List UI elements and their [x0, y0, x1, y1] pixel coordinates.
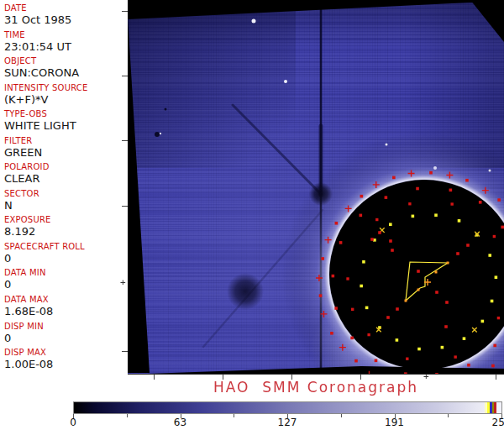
fiducial-dot — [385, 196, 388, 199]
meta-label: FILTER — [4, 136, 123, 146]
meta-label: POLAROID — [4, 162, 123, 172]
fiducial-dot — [330, 332, 333, 335]
meta-entry: DISP MIN0 — [4, 322, 123, 349]
fiducial-dot — [445, 301, 449, 304]
meta-entry: SECTORN — [4, 189, 123, 216]
feature-contour-polygon — [406, 262, 448, 301]
meta-entry: DATE31 Oct 1985 — [4, 3, 123, 30]
fiducial-dot — [350, 337, 354, 340]
fiducial-dot — [378, 231, 381, 234]
fiducial-dot — [429, 171, 433, 175]
fiducial-dot — [497, 198, 501, 202]
fiducial-dot — [360, 285, 363, 288]
contour-vertex-dot — [417, 289, 420, 291]
fiducial-dot — [386, 316, 390, 319]
meta-entry: TYPE-OBSWHITE LIGHT — [4, 109, 123, 136]
fiducial-dot — [501, 226, 504, 229]
fiducial-dot — [495, 275, 498, 279]
fiducial-dot — [493, 344, 496, 348]
fiducial-dot — [334, 307, 338, 310]
fiducial-dot — [450, 202, 453, 205]
annotation-color-stripe — [496, 402, 501, 413]
meta-label: INTENSITY SOURCE — [4, 83, 123, 93]
fiducial-dot — [335, 222, 339, 225]
fiducial-plus — [320, 311, 327, 317]
fiducial-plus — [446, 171, 453, 178]
fiducial-dot — [458, 219, 461, 223]
meta-label: DATA MAX — [4, 295, 123, 305]
axis-tick-left — [122, 351, 128, 352]
colorbar-minor-tick — [448, 414, 449, 417]
fiducial-dot — [319, 294, 323, 297]
contour-vertex-dot — [435, 271, 438, 274]
contour-vertex-dot — [447, 262, 449, 265]
meta-value: GREEN — [4, 146, 123, 159]
meta-label: DISP MAX — [4, 348, 123, 358]
meta-label: TIME — [4, 30, 123, 40]
contour-vertex-dot — [405, 300, 407, 302]
meta-label: EXPOSURE — [4, 215, 123, 225]
axis-tick-left — [122, 206, 128, 207]
fiducial-x — [472, 328, 477, 333]
meta-value: 0 — [4, 332, 123, 344]
meta-label: TYPE-OBS — [4, 109, 123, 119]
fiducial-dot — [488, 254, 491, 257]
meta-value: 1.00E-08 — [4, 358, 123, 370]
fiducial-dot — [354, 359, 358, 363]
meta-label: OBJECT — [4, 56, 123, 66]
axis-tick-left — [122, 76, 128, 76]
meta-value: 0 — [4, 252, 123, 265]
fiducial-dot — [396, 307, 399, 311]
colorbar-minor-tick — [341, 414, 342, 417]
meta-entry: INTENSITY SOURCE(K+F)*V — [4, 83, 123, 110]
meta-entry: OBJECTSUN:CORONA — [4, 56, 123, 83]
fiducial-plus — [339, 344, 346, 351]
fiducial-dot — [412, 215, 415, 218]
fiducial-dot — [365, 307, 369, 310]
metadata-panel: DATE31 Oct 1985TIME23:01:54 UTOBJECTSUN:… — [4, 3, 123, 375]
meta-value: 1.68E-08 — [4, 305, 123, 317]
fiducial-dot — [491, 364, 495, 368]
fiducial-dot — [465, 179, 469, 182]
fiducial-dot — [456, 252, 459, 255]
meta-value: (K+F)*V — [4, 93, 123, 106]
meta-value: CLEAR — [4, 172, 123, 185]
fiducial-dot — [454, 355, 456, 358]
meta-value: 31 Oct 1985 — [4, 13, 123, 26]
fiducial-dot — [434, 213, 438, 217]
sun-center-marker-left: + — [120, 279, 126, 286]
colorbar-minor-tick — [127, 414, 128, 417]
fiducial-dot — [351, 308, 354, 311]
smm-coronagraph-viewer: DATE31 Oct 1985TIME23:01:54 UTOBJECTSUN:… — [0, 0, 504, 430]
fiducial-dot — [497, 317, 500, 319]
meta-value: N — [4, 199, 123, 212]
fiducial-dot — [441, 346, 444, 349]
fiducial-dot — [367, 333, 370, 336]
meta-entry: TIME23:01:54 UT — [4, 30, 123, 57]
colorbar-annotation-stripes — [485, 402, 501, 413]
fiducial-dot — [416, 187, 419, 191]
colorbar-minor-tick — [234, 414, 234, 417]
fiducial-dot — [417, 348, 421, 351]
colorbar-gradient — [74, 402, 501, 413]
meta-value: 8.192 — [4, 225, 123, 238]
fiducial-plus — [373, 181, 380, 188]
colorbar — [73, 401, 502, 414]
meta-entry: SPACECRAFT ROLL0 — [4, 242, 123, 269]
meta-entry: DATA MAX1.68E-08 — [4, 295, 123, 322]
fiducial-dot — [360, 195, 364, 198]
fiducial-dot — [479, 201, 482, 204]
fiducial-dot — [481, 320, 485, 323]
colorbar-label: 63 — [174, 417, 186, 428]
fiducial-plus — [365, 371, 372, 374]
meta-label: SECTOR — [4, 189, 123, 199]
fiducial-dot — [396, 338, 399, 342]
fiducial-dot — [408, 202, 411, 205]
meta-entry: FILTERGREEN — [4, 136, 123, 163]
axis-tick-left — [122, 11, 128, 12]
fiducial-plus — [325, 237, 332, 244]
fiducial-dot — [375, 359, 378, 363]
colorbar-label: 255 — [492, 417, 504, 428]
meta-value: 23:01:54 UT — [4, 40, 123, 53]
fiducial-dot — [360, 214, 363, 218]
